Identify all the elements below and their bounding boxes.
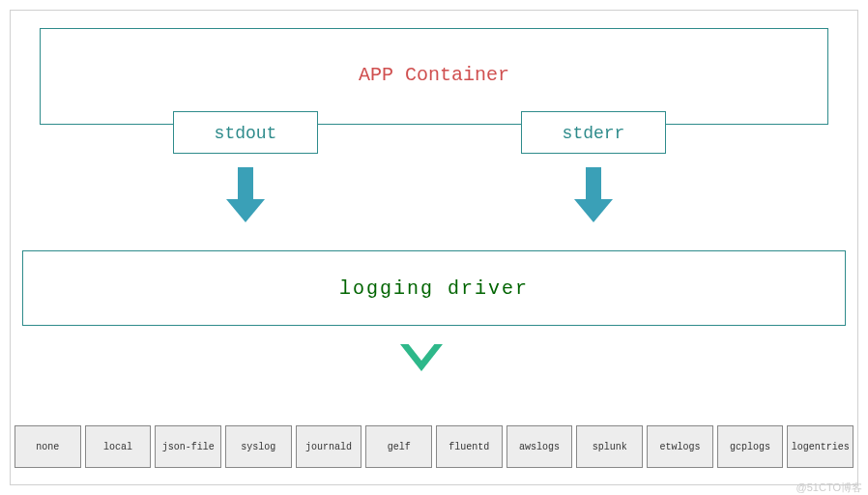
drivers-row: none local json-file syslog journald gel… <box>14 425 854 468</box>
driver-label: awslogs <box>519 442 560 452</box>
driver-label: syslog <box>241 442 275 452</box>
driver-label: json-file <box>162 442 215 452</box>
driver-label: local <box>103 442 132 452</box>
driver-item: etwlogs <box>647 425 713 468</box>
driver-label: journald <box>305 442 352 452</box>
app-container-box: APP Container <box>40 28 828 125</box>
driver-label: none <box>36 442 59 452</box>
driver-label: gcplogs <box>730 442 770 452</box>
driver-item: journald <box>296 425 362 468</box>
arrow-down-icon <box>226 167 265 225</box>
driver-item: fluentd <box>436 425 503 468</box>
stdout-box: stdout <box>173 111 318 154</box>
app-container-label: APP Container <box>359 64 509 86</box>
driver-item: gelf <box>365 425 432 468</box>
driver-item: syslog <box>225 425 292 468</box>
driver-item: awslogs <box>506 425 573 468</box>
driver-label: gelf <box>388 442 411 452</box>
driver-item: gcplogs <box>717 425 784 468</box>
driver-label: fluentd <box>448 442 489 452</box>
watermark-text: @51CTO博客 <box>796 480 862 495</box>
driver-item: logentries <box>787 425 854 468</box>
logging-driver-label: logging driver <box>339 277 529 300</box>
driver-item: local <box>85 425 152 468</box>
driver-item: none <box>14 425 81 468</box>
stderr-label: stderr <box>563 124 625 143</box>
driver-item: json-file <box>155 425 221 468</box>
stderr-box: stderr <box>521 111 666 154</box>
driver-label: etwlogs <box>659 442 700 452</box>
driver-label: splunk <box>593 442 627 452</box>
logging-driver-box: logging driver <box>22 250 846 326</box>
stdout-label: stdout <box>215 124 277 143</box>
driver-label: logentries <box>792 442 850 452</box>
diagram-frame: APP Container stdout stderr logging driv… <box>10 10 858 485</box>
driver-item: splunk <box>576 425 643 468</box>
arrow-down-icon <box>574 167 613 225</box>
